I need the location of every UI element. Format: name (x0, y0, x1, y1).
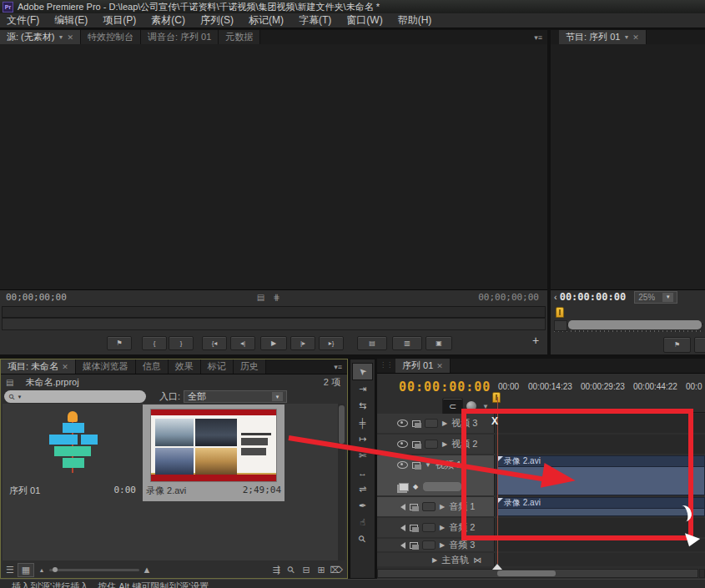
track-enable-box[interactable] (422, 523, 436, 532)
slide-tool[interactable]: ⇌ (353, 481, 372, 497)
menu-window[interactable]: 窗口(W) (346, 13, 390, 28)
zoom-in-icon[interactable]: ▲ (139, 564, 154, 576)
safe-margins-icon[interactable]: ▤ (257, 293, 264, 302)
close-icon[interactable]: ✕ (67, 33, 73, 42)
slip-tool[interactable]: ↔ (353, 465, 372, 480)
collapse-arrow-icon[interactable]: ▶ (440, 524, 445, 531)
tab-info[interactable]: 信息 (136, 359, 169, 374)
go-to-out-button[interactable]: ▸} (319, 336, 344, 350)
step-back-button[interactable]: ◂| (230, 336, 255, 350)
play-button[interactable]: ▶ (260, 336, 287, 350)
track-enable-box[interactable] (425, 419, 438, 428)
sync-lock-icon[interactable] (412, 462, 420, 469)
speaker-icon[interactable] (397, 525, 405, 531)
track-height-pill[interactable] (422, 481, 462, 492)
collapse-arrow-icon[interactable]: ▶ (440, 503, 445, 510)
speaker-icon[interactable] (397, 504, 405, 510)
timeline-timecode[interactable]: 00:00:00:00 (399, 379, 491, 395)
output-settings-icon[interactable]: ⋕ (273, 293, 279, 302)
menu-project[interactable]: 项目(P) (103, 13, 144, 28)
track-content[interactable] (496, 539, 705, 551)
sync-lock-icon[interactable] (412, 441, 420, 448)
show-keyframes-icon[interactable]: ◆ (413, 483, 418, 490)
program-viewer[interactable] (551, 44, 705, 290)
project-item-clip[interactable]: 录像 2.avi 2;49;04 (143, 405, 285, 501)
close-icon[interactable]: ✕ (632, 33, 639, 42)
hand-tool[interactable]: ☝ (353, 515, 372, 530)
project-file-name[interactable]: 未命名.prproj (25, 376, 78, 389)
menu-edit[interactable]: 编辑(E) (54, 13, 96, 28)
overwrite-button[interactable]: ▥ (392, 336, 422, 350)
track-content[interactable] (496, 553, 705, 566)
collapse-arrow-icon[interactable]: ▶ (440, 541, 445, 549)
zoom-tool[interactable]: ⚲ (353, 531, 372, 547)
list-view-icon[interactable]: ☰ (3, 564, 18, 576)
track-enable-box[interactable] (425, 440, 438, 449)
in-point-button[interactable]: { (142, 336, 167, 350)
partial-button[interactable] (694, 337, 705, 353)
source-viewer[interactable] (0, 44, 547, 290)
tab-program[interactable]: 节目: 序列 01 ▼ ✕ (559, 30, 647, 44)
tab-source[interactable]: 源: (无素材) ▼ ✕ (0, 30, 81, 44)
button-editor-plus-icon[interactable]: + (532, 334, 539, 347)
timeline-scrollbar[interactable] (377, 569, 698, 578)
selection-tool[interactable]: ➤ (352, 363, 373, 380)
ripple-edit-tool[interactable]: ⇆ (353, 398, 372, 414)
collapse-arrow-icon[interactable]: ▶ (442, 440, 447, 448)
thumbnail-zoom-slider[interactable] (49, 569, 139, 571)
step-forward-button[interactable]: |▸ (290, 336, 315, 350)
zoom-out-icon[interactable]: ▲ (34, 564, 49, 576)
new-item-icon[interactable]: ⊞ (314, 564, 329, 576)
toggle-track-output-icon[interactable] (397, 461, 408, 469)
go-to-in-button[interactable]: {◂ (202, 336, 227, 350)
program-scrollbar[interactable] (568, 320, 702, 329)
program-playhead-flag[interactable] (556, 307, 564, 318)
tab-metadata[interactable]: 元数据 (219, 30, 260, 44)
close-icon[interactable]: ✕ (436, 362, 443, 370)
tab-media-browser[interactable]: 媒体浏览器 (76, 359, 136, 374)
trash-icon[interactable]: ⌦ (329, 564, 344, 576)
toggle-track-output-icon[interactable] (397, 420, 408, 427)
new-bin-icon[interactable]: ⊟ (299, 564, 314, 576)
collapse-arrow-icon[interactable]: ▶ (442, 420, 447, 427)
project-scrollbar[interactable] (338, 404, 345, 560)
marker-button[interactable]: ⚑ (107, 336, 132, 350)
source-scrub-bar[interactable] (2, 306, 546, 318)
tab-project[interactable]: 项目: 未命名✕ (1, 359, 76, 374)
zoom-level-select[interactable]: 25% ▼ (634, 291, 677, 304)
sync-lock-icon[interactable] (410, 542, 418, 549)
tab-history[interactable]: 历史 (234, 359, 266, 374)
out-point-button[interactable]: } (169, 336, 194, 350)
sync-lock-icon[interactable] (412, 420, 420, 427)
export-frame-button[interactable]: ▣ (426, 336, 452, 350)
tab-effects[interactable]: 效果 (169, 359, 201, 374)
menu-sequence[interactable]: 序列(S) (200, 13, 242, 28)
speaker-icon[interactable] (397, 542, 405, 549)
source-zoom-bar[interactable] (2, 318, 546, 330)
track-enable-box[interactable] (422, 540, 436, 550)
rolling-edit-tool[interactable]: ╪ (353, 415, 372, 430)
timeline-scrollbar-thumb[interactable] (497, 570, 556, 576)
insert-button[interactable]: ▤ (357, 336, 387, 350)
tab-markers[interactable]: 标记 (201, 359, 234, 374)
set-display-style-icon[interactable] (399, 483, 409, 491)
program-scroll-left-box[interactable] (554, 320, 567, 331)
sync-lock-icon[interactable] (410, 525, 418, 531)
menu-clip[interactable]: 素材(C) (151, 13, 194, 28)
chevron-down-icon[interactable]: ▼ (58, 34, 63, 40)
snap-icon[interactable]: ⊂ (442, 398, 463, 415)
toggle-track-output-icon[interactable] (397, 440, 408, 448)
marker-button[interactable]: ⚑ (663, 337, 691, 353)
menu-marker[interactable]: 标记(M) (249, 13, 292, 28)
search-input[interactable]: ⚲ ▼ (4, 390, 146, 403)
rate-stretch-tool[interactable]: ↦ (353, 431, 372, 447)
menu-title[interactable]: 字幕(T) (299, 13, 340, 28)
timeline-playhead-flag[interactable] (492, 392, 501, 403)
entry-filter-select[interactable]: 全部 ▼ (184, 390, 287, 403)
collapse-arrow-icon[interactable]: ▶ (432, 556, 437, 564)
menu-file[interactable]: 文件(F) (7, 13, 48, 28)
sync-lock-icon[interactable] (410, 504, 418, 510)
close-icon[interactable]: ✕ (62, 363, 68, 371)
icon-view-icon[interactable]: ▦ (18, 563, 34, 577)
chevron-down-icon[interactable]: ▼ (623, 34, 629, 40)
